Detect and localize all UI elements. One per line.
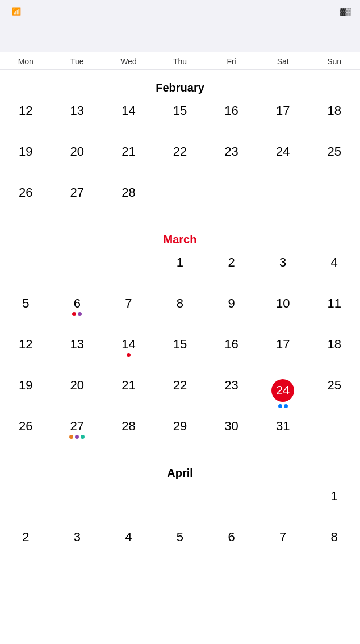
day-cell[interactable]: 6 — [206, 525, 257, 566]
day-cell[interactable]: 9 — [206, 292, 257, 333]
day-cell — [103, 484, 154, 525]
day-cell[interactable]: 14 — [103, 99, 154, 140]
day-header-sun: Sun — [308, 57, 360, 66]
day-cell[interactable]: 6 — [52, 292, 103, 333]
day-cell[interactable]: 26 — [0, 414, 52, 455]
day-cell[interactable]: 4 — [308, 251, 360, 292]
day-cell[interactable]: 20 — [52, 373, 103, 414]
day-cell — [206, 484, 257, 525]
day-cell[interactable]: 30 — [206, 414, 257, 455]
day-cell[interactable]: 13 — [52, 99, 103, 140]
day-cell[interactable]: 12 — [0, 99, 52, 140]
day-number: 27 — [70, 420, 84, 433]
day-cell[interactable]: 2 — [206, 251, 257, 292]
wifi-icon: 📶 — [12, 7, 21, 16]
day-cell[interactable]: 24 — [257, 373, 309, 414]
day-number: 30 — [224, 420, 238, 433]
day-cell[interactable]: 5 — [154, 525, 206, 566]
day-cell[interactable]: 19 — [0, 140, 52, 181]
day-cell[interactable]: 7 — [103, 292, 154, 333]
day-cell[interactable]: 1 — [154, 251, 206, 292]
day-cell[interactable]: 3 — [52, 525, 103, 566]
day-number: 27 — [70, 186, 84, 199]
day-cell[interactable]: 25 — [308, 373, 360, 414]
day-number: 6 — [74, 297, 81, 310]
day-cell[interactable]: 4 — [103, 525, 154, 566]
day-header-fri: Fri — [206, 57, 257, 66]
day-header-thu: Thu — [154, 57, 206, 66]
event-dots — [127, 353, 131, 357]
day-cell[interactable]: 17 — [257, 333, 309, 373]
day-cell[interactable]: 23 — [206, 373, 257, 414]
red-dot — [72, 312, 76, 316]
day-number: 2 — [228, 256, 235, 269]
day-cell[interactable]: 12 — [0, 333, 52, 373]
teal-dot — [81, 435, 85, 439]
day-number: 4 — [331, 256, 338, 269]
day-cell[interactable]: 15 — [154, 99, 206, 140]
day-cell[interactable]: 21 — [103, 373, 154, 414]
day-cell[interactable]: 29 — [154, 414, 206, 455]
day-cell[interactable]: 19 — [0, 373, 52, 414]
week-row: 19202122232425 — [0, 140, 360, 181]
day-cell[interactable]: 14 — [103, 333, 154, 373]
day-cell[interactable]: 23 — [206, 140, 257, 181]
day-cell[interactable]: 28 — [103, 414, 154, 455]
day-cell[interactable]: 2 — [0, 525, 52, 566]
day-cell — [0, 484, 52, 525]
day-cell[interactable]: 10 — [257, 292, 309, 333]
day-cell — [0, 251, 52, 292]
day-cell[interactable]: 24 — [257, 140, 309, 181]
day-cell[interactable]: 27 — [52, 414, 103, 455]
day-number: 13 — [70, 105, 84, 117]
day-cell[interactable]: 18 — [308, 99, 360, 140]
day-header-tue: Tue — [52, 57, 103, 66]
day-cell[interactable]: 5 — [0, 292, 52, 333]
day-cell[interactable]: 16 — [206, 99, 257, 140]
day-number: 3 — [279, 256, 286, 269]
day-number: 4 — [125, 531, 132, 543]
day-number: 11 — [327, 297, 341, 310]
day-cell[interactable]: 25 — [308, 140, 360, 181]
day-cell[interactable]: 16 — [206, 333, 257, 373]
red-dot — [127, 353, 131, 357]
day-number: 5 — [177, 531, 183, 543]
week-row: 1 — [0, 484, 360, 525]
day-cell[interactable]: 26 — [0, 181, 52, 222]
purple-dot — [75, 435, 79, 439]
day-header-mon: Mon — [0, 57, 52, 66]
day-cell[interactable]: 15 — [154, 333, 206, 373]
day-cell[interactable]: 21 — [103, 140, 154, 181]
day-number: 25 — [327, 146, 341, 158]
day-number: 6 — [228, 531, 235, 543]
day-number: 21 — [122, 146, 135, 158]
day-cell[interactable]: 8 — [308, 525, 360, 566]
day-cell[interactable]: 13 — [52, 333, 103, 373]
day-cell[interactable]: 11 — [308, 292, 360, 333]
day-cell[interactable]: 8 — [154, 292, 206, 333]
day-cell[interactable]: 31 — [257, 414, 309, 455]
day-cell[interactable]: 3 — [257, 251, 309, 292]
day-cell[interactable]: 20 — [52, 140, 103, 181]
event-dots — [278, 404, 288, 408]
day-number: 29 — [173, 420, 187, 433]
day-cell[interactable]: 28 — [103, 181, 154, 222]
day-cell[interactable]: 22 — [154, 373, 206, 414]
day-cell — [154, 484, 206, 525]
day-cell[interactable]: 17 — [257, 99, 309, 140]
month-february: February12131415161718192021222324252627… — [0, 70, 360, 222]
day-number: 24 — [271, 379, 294, 402]
week-row: 1234 — [0, 251, 360, 292]
day-cell[interactable]: 7 — [257, 525, 309, 566]
day-number: 23 — [224, 379, 238, 392]
day-cell[interactable]: 18 — [308, 333, 360, 373]
day-cell[interactable]: 1 — [308, 484, 360, 525]
week-row: 19202122232425 — [0, 373, 360, 414]
day-cell — [103, 251, 154, 292]
month-april: April12345678 — [0, 455, 360, 566]
day-cell[interactable]: 27 — [52, 181, 103, 222]
day-number: 19 — [19, 146, 32, 158]
month-label-march: March — [0, 222, 360, 251]
day-cell[interactable]: 22 — [154, 140, 206, 181]
status-bar: 📶 ▓▒ — [0, 0, 360, 23]
